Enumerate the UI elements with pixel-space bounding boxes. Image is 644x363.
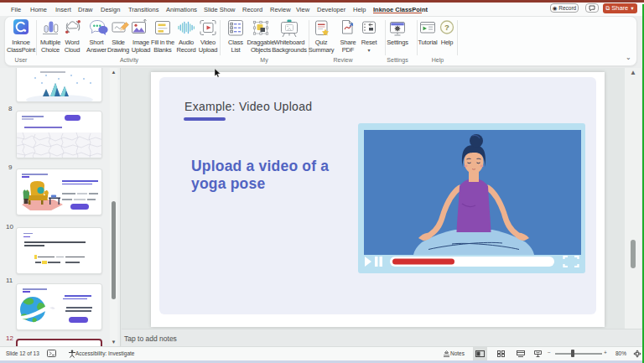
svg-text:?: ? <box>444 23 449 32</box>
